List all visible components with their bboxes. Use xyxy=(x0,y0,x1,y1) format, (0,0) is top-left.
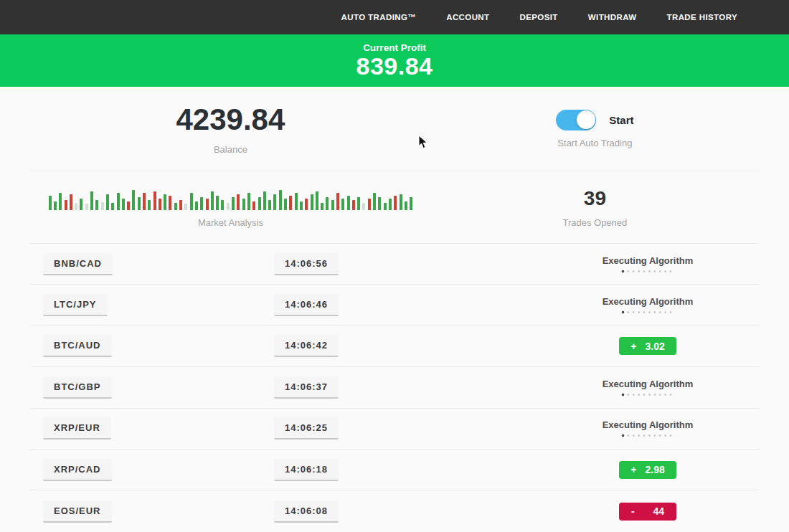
market-bar xyxy=(232,197,235,210)
nav-auto-trading[interactable]: AUTO TRADING™ xyxy=(341,13,417,22)
market-bar xyxy=(95,200,98,210)
progress-dots xyxy=(621,434,674,437)
market-bar xyxy=(148,200,151,210)
market-bar xyxy=(263,191,266,210)
loss-badge: - 44 xyxy=(619,503,676,521)
market-bar xyxy=(362,203,365,210)
current-profit-label: Current Profit xyxy=(0,34,789,53)
time-badge: 14:06:56 xyxy=(274,253,339,275)
market-bar xyxy=(65,200,67,210)
time-badge: 14:06:46 xyxy=(274,294,339,316)
market-bar xyxy=(80,199,82,210)
progress-dots xyxy=(621,310,674,314)
pair-badge: BTC/GBP xyxy=(43,376,112,399)
market-bar xyxy=(252,201,255,210)
trades-opened-label: Trades Opened xyxy=(431,217,759,228)
market-bar xyxy=(321,203,323,210)
market-bar xyxy=(305,199,308,210)
market-bar xyxy=(184,204,187,210)
mouse-cursor xyxy=(418,135,428,149)
status-text: Executing Algorithm xyxy=(537,419,759,430)
market-bar xyxy=(143,193,146,210)
market-bar xyxy=(138,197,141,210)
current-profit-banner: Current Profit 839.84 xyxy=(0,34,789,87)
market-bar xyxy=(352,200,355,210)
market-bar xyxy=(195,201,198,210)
trade-status: Executing Algorithm xyxy=(537,379,759,396)
stats-row-2: Market Analysis 39 Trades Opened xyxy=(0,171,789,243)
market-bar xyxy=(331,200,334,210)
market-bar xyxy=(90,191,93,210)
top-navbar: AUTO TRADING™ ACCOUNT DEPOSIT WITHDRAW T… xyxy=(0,0,789,34)
current-profit-value: 839.84 xyxy=(0,53,789,80)
stats-row-1: 4239.84 Balance Start Start Auto Trading xyxy=(0,87,789,171)
market-analysis-block: Market Analysis xyxy=(30,187,431,228)
result-value: 2.98 xyxy=(645,464,664,475)
market-bar xyxy=(373,193,376,210)
start-auto-trading-toggle[interactable] xyxy=(556,110,596,130)
market-bar xyxy=(300,201,303,210)
status-text: Executing Algorithm xyxy=(537,255,759,266)
trade-status: Executing Algorithm xyxy=(537,419,759,437)
status-text: Executing Algorithm xyxy=(537,296,759,307)
market-bar xyxy=(59,193,62,210)
trade-row: BNB/CAD 14:06:56 Executing Algorithm xyxy=(30,244,759,285)
market-bar xyxy=(384,203,387,210)
market-analysis-bars xyxy=(30,187,431,210)
market-bar xyxy=(221,200,224,210)
market-bar xyxy=(132,190,135,210)
market-bar xyxy=(273,194,276,210)
market-bar xyxy=(164,194,166,210)
nav-trade-history[interactable]: TRADE HISTORY xyxy=(667,13,738,22)
market-bar xyxy=(347,196,350,210)
status-text: Executing Algorithm xyxy=(537,379,759,389)
toggle-label: Start xyxy=(609,114,633,126)
market-bar xyxy=(357,197,360,210)
auto-trading-page: AUTO TRADING™ ACCOUNT DEPOSIT WITHDRAW T… xyxy=(0,0,789,532)
market-bar xyxy=(368,199,371,210)
auto-trading-block: Start Start Auto Trading xyxy=(431,110,759,148)
trade-status: Executing Algorithm xyxy=(537,296,759,314)
market-bar xyxy=(247,193,250,210)
result-sign: - xyxy=(631,505,635,517)
market-bar xyxy=(378,197,381,210)
trade-row: BTC/AUD 14:06:42 + 3.02 xyxy=(30,326,759,367)
market-bar xyxy=(316,191,318,210)
market-bar xyxy=(389,199,392,210)
profit-badge: + 2.98 xyxy=(619,461,676,479)
nav-withdraw[interactable]: WITHDRAW xyxy=(588,13,637,22)
nav-deposit[interactable]: DEPOSIT xyxy=(520,13,558,22)
market-bar xyxy=(284,199,287,210)
time-badge: 14:06:37 xyxy=(274,376,339,399)
market-bar xyxy=(75,203,77,210)
market-bar xyxy=(127,201,130,210)
result-sign: + xyxy=(630,341,636,352)
market-bar xyxy=(326,197,329,210)
toggle-knob xyxy=(577,110,595,129)
market-bar xyxy=(117,193,120,210)
market-bar xyxy=(268,200,271,210)
market-bar xyxy=(258,197,261,210)
market-bar xyxy=(153,191,156,210)
trade-row: XRP/CAD 14:06:18 + 2.98 xyxy=(30,450,759,490)
trade-row: XRP/EUR 14:06:25 Executing Algorithm xyxy=(30,409,759,450)
market-bar xyxy=(279,190,282,210)
market-bar xyxy=(206,199,209,210)
market-bar xyxy=(394,196,397,210)
time-badge: 14:06:18 xyxy=(274,459,339,481)
market-bar xyxy=(70,194,72,210)
trade-row: LTC/JPY 14:06:46 Executing Algorithm xyxy=(30,285,759,326)
balance-block: 4239.84 Balance xyxy=(30,103,431,155)
trade-status: + 2.98 xyxy=(537,461,759,479)
market-bar xyxy=(311,194,313,210)
market-bar xyxy=(54,201,57,210)
nav-account[interactable]: ACCOUNT xyxy=(446,13,489,22)
market-bar xyxy=(174,203,177,210)
time-badge: 14:06:08 xyxy=(274,500,339,523)
pair-badge: XRP/CAD xyxy=(43,459,112,481)
trade-status: Executing Algorithm xyxy=(537,255,759,273)
market-bar xyxy=(169,196,171,210)
pair-badge: XRP/EUR xyxy=(43,417,111,440)
pair-badge: EOS/EUR xyxy=(43,500,112,523)
profit-badge: + 3.02 xyxy=(619,337,676,355)
